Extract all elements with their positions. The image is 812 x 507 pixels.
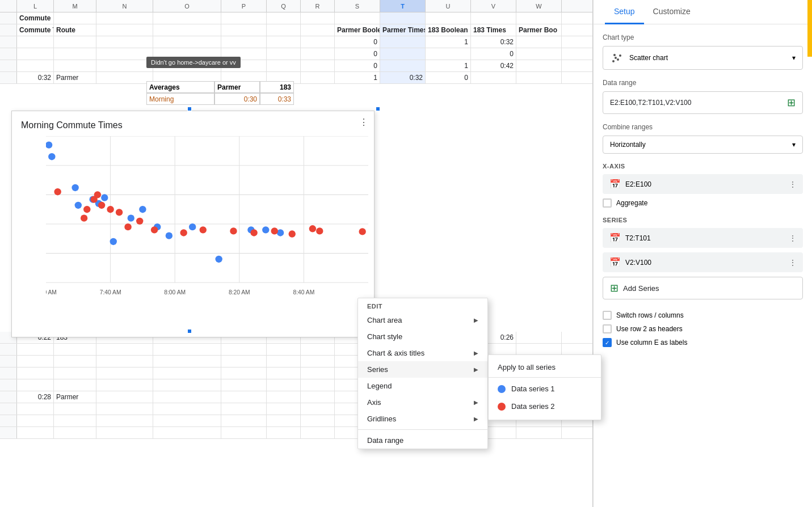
row-num-header xyxy=(0,0,17,12)
selection-handle-top xyxy=(376,107,380,111)
morning-section: Morning 0:30 0:33 xyxy=(146,93,294,105)
svg-point-21 xyxy=(612,60,615,62)
svg-text:7:40 AM: 7:40 AM xyxy=(100,289,121,295)
col-header-w: W xyxy=(516,0,562,12)
panel-tabs: Setup Customize xyxy=(594,0,812,24)
col-header-q: Q xyxy=(267,0,301,12)
series1-item[interactable]: Data series 1 xyxy=(489,380,601,398)
add-series-label: Add Series xyxy=(623,284,659,293)
series1-point xyxy=(75,202,82,209)
use-col-e-label: Use column E as labels xyxy=(616,339,687,347)
x-axis-kebab[interactable]: ⋮ xyxy=(789,180,796,188)
aggregate-checkbox[interactable] xyxy=(603,198,612,208)
commute-label: Commute xyxy=(17,12,54,24)
tab-customize[interactable]: Customize xyxy=(644,0,700,24)
col-header-m: M xyxy=(54,0,96,12)
chart-inner: 0:10 0:20 0:30 0:40 0:50 1:00 7:20 AM 7:… xyxy=(46,136,368,312)
bottom-options: Switch rows / columns Use row 2 as heade… xyxy=(603,309,803,349)
series1-point xyxy=(110,238,117,245)
grid-select-icon[interactable]: ⊞ xyxy=(787,96,796,109)
svg-text:8:40 AM: 8:40 AM xyxy=(293,289,314,295)
data-range-row: E2:E100,T2:T101,V2:V100 ⊞ xyxy=(603,91,803,114)
col-header-l: L xyxy=(17,0,54,12)
data-range-input[interactable]: E2:E100,T2:T101,V2:V100 xyxy=(610,99,782,107)
series2-point xyxy=(250,229,257,236)
right-panel: Setup Customize Chart type Scatter chart… xyxy=(593,0,812,507)
scatter-chart-icon xyxy=(610,51,624,65)
switch-rows-cols-checkbox[interactable] xyxy=(603,311,612,320)
chart-title: Morning Commute Times xyxy=(12,111,374,130)
combine-value: Horizontally xyxy=(610,141,646,149)
axis-item[interactable]: Axis ▶ xyxy=(358,394,487,411)
chart-area-item[interactable]: Chart area ▶ xyxy=(358,312,487,328)
legend-item[interactable]: Legend xyxy=(358,378,487,394)
svg-point-22 xyxy=(615,57,617,59)
column-headers: L M N O P Q R S T U V W xyxy=(0,0,592,12)
series2-point xyxy=(151,226,158,233)
series2-point xyxy=(200,226,207,233)
svg-text:7:20 AM: 7:20 AM xyxy=(46,289,57,295)
gridlines-arrow: ▶ xyxy=(474,416,478,422)
series2-kebab[interactable]: ⋮ xyxy=(789,259,796,267)
series1-cal-icon: 📅 xyxy=(609,233,621,243)
series-item[interactable]: Series ▶ xyxy=(358,361,487,378)
col-header-o: O xyxy=(153,0,221,12)
series2-point xyxy=(180,229,187,236)
chart-type-selector[interactable]: Scatter chart ▾ xyxy=(603,46,803,70)
series1-kebab[interactable]: ⋮ xyxy=(789,234,796,242)
series1-point xyxy=(46,141,52,148)
combine-ranges-label: Combine ranges xyxy=(603,123,803,131)
series1-point xyxy=(48,153,55,160)
col-header-n: N xyxy=(96,0,153,12)
gridlines-item[interactable]: Gridlines ▶ xyxy=(358,411,487,427)
tab-setup[interactable]: Setup xyxy=(605,0,644,24)
series2-point xyxy=(359,228,365,235)
selection-handle-bottom xyxy=(187,329,192,333)
route-label: Route xyxy=(54,24,96,36)
data-range-item[interactable]: Data range xyxy=(358,432,487,449)
aggregate-label: Aggregate xyxy=(616,199,647,207)
series1-point xyxy=(128,214,134,221)
table-row: Commute xyxy=(0,12,592,24)
chart-type-value: Scatter chart xyxy=(629,54,668,62)
table-row: 0 0 xyxy=(0,48,592,60)
series2-item[interactable]: Data series 2 xyxy=(489,398,601,415)
series2-item-panel: 📅 V2:V100 ⋮ xyxy=(603,252,803,272)
series1-point xyxy=(139,206,146,213)
svg-point-25 xyxy=(613,54,616,56)
boolean-183-label: 183 Boolean xyxy=(426,24,471,36)
edit-label: EDIT xyxy=(358,298,487,312)
svg-text:8:20 AM: 8:20 AM xyxy=(229,289,250,295)
add-series-icon: ⊞ xyxy=(610,282,619,294)
series1-range: T2:T101 xyxy=(625,234,651,242)
averages-section: Averages Parmer 183 xyxy=(146,81,294,93)
yellow-accent-bar xyxy=(807,0,812,57)
table-row: 0 1 0:42 xyxy=(0,60,592,72)
series2-point xyxy=(107,206,113,213)
annotation-box: Didn't go home->daycare or vv xyxy=(146,57,241,68)
combine-ranges-selector[interactable]: Horizontally ▾ xyxy=(603,136,803,154)
aggregate-row: Aggregate xyxy=(603,198,803,208)
series2-point xyxy=(54,188,61,195)
chart-style-item[interactable]: Chart style xyxy=(358,328,487,345)
parmer-times-label: Parmer Times xyxy=(380,24,426,36)
chart-axis-titles-item[interactable]: Chart & axis titles ▶ xyxy=(358,345,487,361)
parmer-boolean-label: Parmer Boolean xyxy=(335,24,380,36)
chart-type-chevron: ▾ xyxy=(792,54,796,62)
series2-point xyxy=(124,223,131,230)
chart-kebab-button[interactable]: ⋮ xyxy=(359,117,368,128)
table-row: 1 0:31 0 xyxy=(0,427,593,439)
col-header-r: R xyxy=(301,0,335,12)
series2-dot xyxy=(498,403,506,411)
add-series-button[interactable]: ⊞ Add Series xyxy=(603,277,803,299)
series2-point xyxy=(116,209,123,216)
col-header-p: P xyxy=(221,0,267,12)
x-axis-cal-icon: 📅 xyxy=(609,179,621,189)
use-col-e-checkbox[interactable] xyxy=(603,338,612,347)
svg-point-23 xyxy=(617,58,619,61)
series2-point xyxy=(81,214,87,221)
apply-all-series[interactable]: Apply to all series xyxy=(489,360,601,378)
series-section-label: SERIES xyxy=(603,217,803,223)
series2-point xyxy=(316,227,323,234)
use-row2-checkbox[interactable] xyxy=(603,324,612,333)
